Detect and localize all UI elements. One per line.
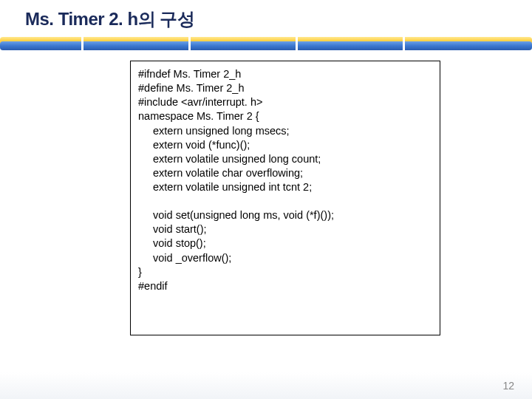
tick-3 [296,37,298,50]
code-line: void _overflow(); [138,251,432,265]
code-line: void set(unsigned long ms, void (*f)()); [138,208,432,222]
slide-title: Ms. Timer 2. h의 구성 [25,7,194,31]
code-line: namespace Ms. Timer 2 { [138,109,432,123]
tick-1 [81,37,83,50]
code-line: void start(); [138,222,432,236]
code-line: extern unsigned long msecs; [138,124,432,138]
tick-4 [403,37,405,50]
underline-blue [0,41,532,50]
page-number: 12 [502,380,514,392]
code-line: #ifndef Ms. Timer 2_h [138,67,432,81]
code-blank [138,194,432,208]
code-box: #ifndef Ms. Timer 2_h #define Ms. Timer … [130,61,440,335]
code-line: extern volatile unsigned long count; [138,152,432,166]
code-line: extern volatile unsigned int tcnt 2; [138,180,432,194]
tick-2 [188,37,191,50]
code-line: #endif [138,279,432,293]
code-line: extern volatile char overflowing; [138,166,432,180]
code-line: void stop(); [138,236,432,250]
title-underline [0,37,532,52]
code-line: #define Ms. Timer 2_h [138,81,432,95]
code-line: } [138,265,432,279]
code-line: #include <avr/interrupt. h> [138,95,432,109]
footer-shade [0,372,532,399]
code-line: extern void (*func)(); [138,138,432,152]
